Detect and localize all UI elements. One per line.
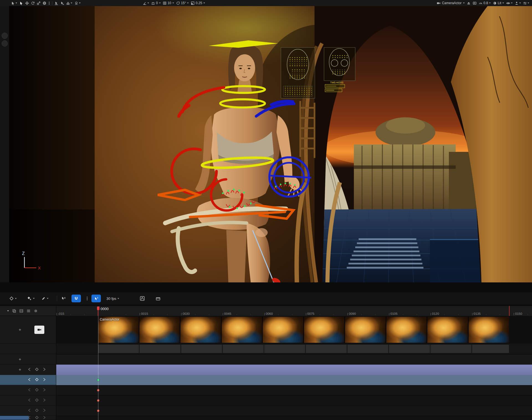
track-header-5[interactable] (0, 395, 56, 406)
add-track-plus-icon[interactable] (18, 328, 22, 331)
screen-percentage-icon[interactable] (473, 1, 477, 5)
sequence-end-marker[interactable] (509, 306, 510, 316)
sequencer-timeline[interactable]: -015 0015 0030 0045 0060 0075 0090 0105 … (56, 306, 532, 420)
view-mode-dropdown[interactable]: Lit (493, 1, 504, 5)
playhead-marker[interactable] (97, 306, 99, 310)
expand-all-chevron-icon[interactable] (7, 310, 9, 311)
rotation-snap-value: 15° (181, 1, 186, 5)
track-lane-3-selected[interactable] (56, 375, 532, 385)
rotate-tool-icon[interactable] (31, 1, 35, 5)
clapperboard-icon (156, 296, 160, 301)
rotation-snap-dropdown[interactable]: 15° (176, 1, 189, 5)
camera-cut-filmstrip[interactable] (98, 317, 509, 343)
camera-track-header[interactable] (0, 316, 56, 344)
camera-section-bar[interactable] (98, 345, 509, 353)
viewport-3d[interactable]: TWEAKERS Z X (9, 6, 532, 282)
gear-icon[interactable] (34, 309, 38, 313)
track-panel-header (0, 306, 56, 316)
snap-toggle-button[interactable] (71, 295, 81, 302)
keyframe-nav-buttons[interactable] (28, 388, 46, 393)
surface-offset-dropdown[interactable]: 0 (151, 1, 161, 5)
chevron-down-icon (33, 298, 35, 299)
show-flags-dropdown[interactable] (506, 1, 513, 5)
camera-icon (437, 1, 441, 5)
filmstrip-thumbnail (222, 317, 262, 343)
track-lane-4[interactable] (56, 385, 532, 396)
track-header-4[interactable] (0, 385, 56, 395)
chevron-down-icon (79, 2, 81, 4)
keyframe-options-dropdown[interactable] (9, 297, 17, 301)
timeline-ruler[interactable]: -015 0015 0030 0045 0060 0075 0090 0105 … (56, 306, 532, 316)
chevron-down-icon (519, 2, 521, 4)
keyframe-nav-buttons[interactable] (28, 367, 46, 372)
snap-actor-dropdown[interactable] (66, 1, 72, 5)
scale-tool-icon[interactable] (37, 1, 40, 5)
fps-dropdown[interactable]: 30 fps (106, 297, 119, 301)
select-tool-icon[interactable] (19, 1, 23, 5)
track-select-tool[interactable] (62, 297, 66, 300)
side-tab-icon-1[interactable] (2, 33, 8, 39)
camera-lock-button[interactable] (34, 326, 44, 334)
shot-track-button[interactable] (156, 296, 160, 301)
snap-surface-icon[interactable] (55, 1, 58, 5)
list-icon[interactable] (27, 309, 30, 313)
keyframe-nav-buttons[interactable] (28, 415, 46, 420)
facial-control-board-1[interactable] (281, 47, 315, 98)
track-header-1[interactable] (0, 354, 56, 365)
eject-camera-icon[interactable] (467, 1, 470, 5)
track-header-6[interactable] (0, 406, 56, 416)
keyframe-diamond-icon (9, 297, 14, 301)
keyframe-add-icon (27, 296, 32, 301)
track-lane-5[interactable] (56, 395, 532, 406)
character-menu-dropdown[interactable] (515, 1, 521, 5)
playhead-line[interactable] (98, 316, 98, 420)
chevron-down-icon (71, 2, 72, 4)
surface-snap-toggle[interactable] (143, 1, 149, 5)
track-header-2[interactable] (0, 365, 56, 375)
keyframe-nav-buttons[interactable] (28, 408, 46, 413)
add-keyframe-dropdown[interactable] (27, 296, 35, 301)
snap-socket-dropdown[interactable] (75, 1, 81, 5)
viewport-toolbar: 0 10 15° 0.25 CameraActor (0, 0, 532, 6)
camera-actor-dropdown[interactable]: CameraActor (437, 1, 465, 5)
camera-cut-track[interactable]: CameraActor (56, 316, 532, 344)
rows-filter-icon[interactable] (19, 309, 23, 313)
layers-filter-icon[interactable] (12, 309, 16, 313)
keyframe-nav-buttons[interactable] (28, 377, 46, 382)
side-tab-icon-2[interactable] (2, 40, 8, 47)
surface-offset-value: 0 (156, 1, 158, 5)
world-space-icon[interactable] (43, 1, 46, 5)
section-track[interactable] (56, 344, 532, 354)
filmstrip-thumbnail (304, 317, 345, 343)
track-lane-2-purple[interactable] (56, 365, 532, 375)
camera-speed-dropdown[interactable]: 0.8 (479, 1, 491, 5)
track-header-3-selected[interactable] (0, 375, 56, 385)
section-track-header[interactable] (0, 344, 56, 354)
selection-mode-dropdown[interactable] (11, 1, 17, 5)
chevron-down-icon (159, 2, 161, 4)
camera-icon (37, 328, 42, 332)
keyframe-nav-buttons[interactable] (28, 398, 46, 403)
auto-key-button[interactable] (91, 295, 101, 302)
track-cursor-icon (62, 297, 66, 300)
snap-vertex-icon[interactable] (60, 1, 64, 5)
chevron-down-icon (489, 2, 491, 4)
kebab-menu-icon[interactable] (48, 1, 50, 5)
snap-options-kebab[interactable] (86, 297, 88, 301)
grid-snap-dropdown[interactable]: 10 (163, 1, 174, 5)
track-lane-7[interactable] (56, 416, 532, 420)
add-track-plus-icon[interactable] (18, 358, 22, 361)
track-lane-1[interactable] (56, 354, 532, 365)
move-tool-icon[interactable] (25, 1, 29, 5)
ruler-tick: 0045 (223, 312, 231, 315)
viewport-settings-dropdown[interactable] (523, 1, 529, 5)
curve-editor-button[interactable] (140, 296, 145, 301)
scale-snap-dropdown[interactable]: 0.25 (191, 1, 205, 5)
track-lane-6[interactable] (56, 406, 532, 416)
edit-mode-dropdown[interactable] (42, 297, 48, 300)
snap-actor-icon (66, 1, 70, 5)
track-header-7[interactable] (0, 416, 56, 420)
sequencer-track-panel (0, 306, 56, 420)
chevron-down-icon (511, 2, 513, 4)
add-track-plus-icon[interactable] (18, 368, 22, 371)
